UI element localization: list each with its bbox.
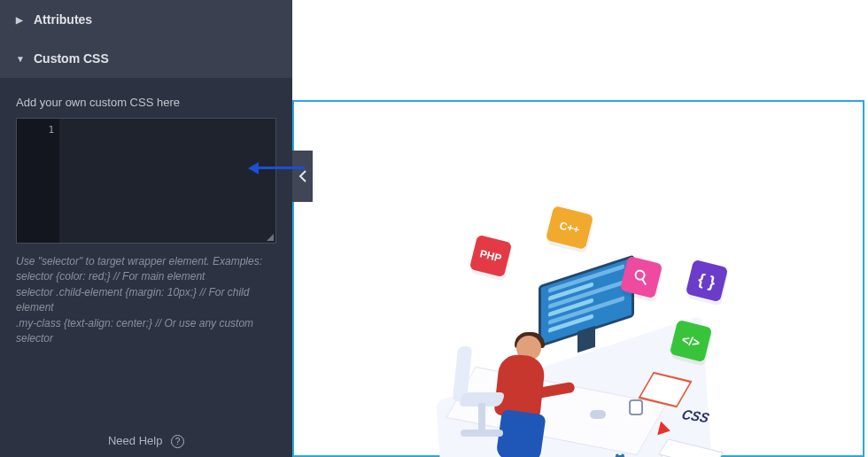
mouse-icon xyxy=(590,410,606,419)
cpp-badge-icon: C++ xyxy=(546,205,593,250)
paper-stack-icon xyxy=(652,438,721,457)
panel-attributes[interactable]: ▶ Attributes xyxy=(0,0,292,39)
custom-css-help-text: Use "selector" to target wrapper element… xyxy=(16,254,276,346)
editor-sidebar: ▶ Attributes ▼ Custom CSS Add your own c… xyxy=(0,0,292,457)
selected-widget[interactable]: PHP C++ { } </> CSS Web Development xyxy=(292,100,864,457)
resize-handle-icon[interactable] xyxy=(265,232,274,241)
line-number: 1 xyxy=(48,124,54,136)
panel-custom-css[interactable]: ▼ Custom CSS xyxy=(0,39,292,78)
svg-point-0 xyxy=(634,270,645,281)
custom-css-editor[interactable]: 1 xyxy=(16,118,276,244)
svg-line-1 xyxy=(641,279,647,284)
custom-css-section: Add your own custom CSS here 1 Use "sele… xyxy=(0,78,292,359)
magnifier-icon xyxy=(632,267,651,287)
help-icon: ? xyxy=(171,435,184,448)
preview-canvas: PHP C++ { } </> CSS Web Development xyxy=(292,0,868,457)
custom-css-section-label: Add your own custom CSS here xyxy=(16,96,276,109)
code-area[interactable] xyxy=(59,119,275,243)
chevron-right-icon: ▶ xyxy=(16,15,25,25)
braces-badge-icon: { } xyxy=(686,259,728,302)
need-help-label: Need Help xyxy=(108,434,162,447)
chevron-down-icon: ▼ xyxy=(16,54,25,64)
gear-icon xyxy=(609,451,629,457)
need-help-link[interactable]: Need Help ? xyxy=(108,434,184,447)
web-development-illustration: PHP C++ { } </> CSS xyxy=(415,217,742,457)
php-badge-icon: PHP xyxy=(469,235,512,277)
panel-attributes-label: Attributes xyxy=(34,12,92,27)
annotation-arrow xyxy=(248,162,305,173)
panel-custom-css-label: Custom CSS xyxy=(34,51,109,66)
sidebar-footer: Need Help ? xyxy=(0,418,292,457)
chair-icon xyxy=(453,376,508,447)
sidebar-collapse-button[interactable] xyxy=(292,151,313,202)
mug-icon xyxy=(629,399,643,415)
code-gutter: 1 xyxy=(17,119,59,243)
